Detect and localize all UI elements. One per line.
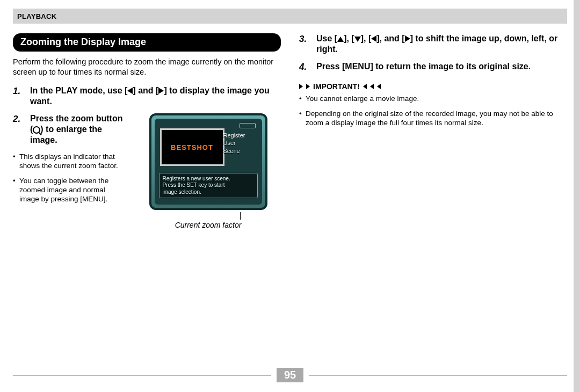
list-item: This displays an indicator that shows th… (13, 152, 126, 171)
step-2-bullets: This displays an indicator that shows th… (13, 152, 126, 204)
important-heading: IMPORTANT! (299, 82, 567, 91)
strip-line: image selection. (163, 189, 254, 196)
important-bullets: You cannot enlarge a movie image. Depend… (299, 94, 567, 127)
step-number: 1. (13, 85, 26, 107)
camera-lcd-illustration: BESTSHOT Register User Scene Registers a… (149, 113, 267, 210)
menu-line: Scene (223, 147, 257, 155)
step-number: 4. (299, 61, 312, 72)
left-arrow-icon (127, 88, 133, 94)
list-item: Depending on the original size of the re… (299, 109, 567, 128)
manual-page: PLAYBACK Zooming the Display Image Perfo… (0, 0, 580, 392)
left-column: Zooming the Display Image Perform the fo… (13, 33, 281, 229)
menu-line: Register (223, 132, 257, 139)
header-bar: PLAYBACK (13, 9, 567, 24)
list-item: You cannot enlarge a movie image. (299, 94, 567, 103)
intro-paragraph: Perform the following procedure to zoom … (13, 57, 281, 77)
bestshot-thumbnail: BESTSHOT (160, 128, 224, 166)
triangle-right-icon (306, 84, 310, 89)
triangle-left-icon (377, 84, 381, 89)
step-text: Press [MENU] to return the image to its … (316, 61, 567, 72)
strip-line: Press the SET key to start (163, 182, 254, 189)
triangle-left-icon (363, 84, 367, 89)
bestshot-label: BESTSHOT (171, 143, 213, 151)
step-number: 2. (13, 113, 26, 146)
important-label: IMPORTANT! (313, 82, 360, 91)
footer-rule (13, 375, 271, 376)
lcd-menu-text: Register User Scene (223, 132, 257, 155)
up-arrow-icon (337, 37, 344, 42)
step1-mid: ] and [ (133, 86, 158, 95)
menu-line: User (223, 139, 257, 147)
step1-pre: In the PLAY mode, use [ (30, 86, 127, 95)
header-section-label: PLAYBACK (17, 12, 56, 20)
battery-icon (240, 123, 256, 128)
right-column: 3. Use [], [], [], and [] to shift the i… (299, 33, 567, 229)
s3-b1: ], [ (344, 34, 354, 43)
list-item: You can toggle between the zoomed image … (13, 176, 126, 204)
magnifier-icon (33, 126, 40, 134)
step-4: 4. Press [MENU] to return the image to i… (299, 61, 567, 72)
callout-line (240, 212, 241, 220)
right-arrow-icon (158, 88, 164, 94)
s3-b3: ], and [ (376, 34, 404, 43)
triangle-left-icon (370, 84, 374, 89)
step-2-left: 2. Press the zoom button () to enlarge t… (13, 113, 126, 209)
page-number: 95 (277, 368, 303, 382)
section-title-pill: Zooming the Display Image (13, 33, 281, 52)
right-arrow-icon (405, 35, 410, 42)
left-arrow-icon (371, 35, 376, 42)
step-3: 3. Use [], [], [], and [] to shift the i… (299, 33, 567, 55)
strip-line: Registers a new user scene. (163, 176, 254, 183)
step-number: 3. (299, 33, 312, 55)
lcd-description-strip: Registers a new user scene. Press the SE… (159, 173, 258, 199)
step-2: 2. Press the zoom button () to enlarge t… (13, 113, 126, 146)
footer-rule (309, 375, 567, 376)
page-footer: 95 (13, 368, 567, 382)
step-text: In the PLAY mode, use [] and [] to displ… (30, 85, 281, 107)
step-text: Press the zoom button () to enlarge the … (30, 113, 126, 146)
triangle-right-icon (299, 84, 303, 89)
s3-b2: ], [ (361, 34, 372, 43)
figure-caption: Current zoom factor (175, 221, 242, 229)
step-1: 1. In the PLAY mode, use [] and [] to di… (13, 85, 281, 107)
s3-pre: Use [ (316, 34, 337, 43)
page-edge-shadow (574, 0, 580, 392)
step-2-row: 2. Press the zoom button () to enlarge t… (13, 113, 281, 229)
content-columns: Zooming the Display Image Perform the fo… (13, 33, 567, 229)
lcd-inner: BESTSHOT Register User Scene Registers a… (155, 119, 262, 205)
down-arrow-icon (354, 37, 361, 42)
step-text: Use [], [], [], and [] to shift the imag… (316, 33, 567, 55)
figure: BESTSHOT Register User Scene Registers a… (135, 113, 281, 229)
